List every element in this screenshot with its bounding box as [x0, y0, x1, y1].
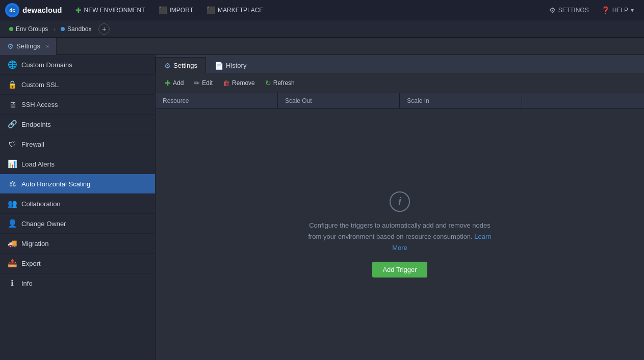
- sidebar-item-export[interactable]: 📤 Export: [0, 254, 155, 273]
- sidebar-icon-migration: 🚚: [7, 238, 17, 248]
- add-button[interactable]: ✚ Add: [161, 77, 188, 89]
- new-environment-button[interactable]: ✚ NEW ENVIRONMENT: [70, 3, 150, 18]
- breadcrumb-add-icon: +: [102, 25, 106, 33]
- main-layout: 🌐 Custom Domains 🔒 Custom SSL 🖥 SSH Acce…: [0, 55, 644, 360]
- top-nav-right: ⚙ SETTINGS ❓ HELP ▾: [544, 3, 639, 18]
- info-icon: i: [390, 191, 410, 212]
- sidebar-icon-info: ℹ: [7, 278, 17, 288]
- content-toolbar: ✚ Add ✏ Edit 🗑 Remove ↻ Refresh: [156, 73, 644, 93]
- table-header: Resource Scale Out Scale In: [156, 93, 644, 109]
- col-scale-in: Scale In: [400, 93, 522, 108]
- breadcrumb-sandbox[interactable]: Sandbox: [57, 25, 95, 33]
- sidebar-icon-endpoints: 🔗: [7, 119, 17, 129]
- sidebar-label-info: Info: [21, 280, 33, 287]
- new-env-label: NEW ENVIRONMENT: [84, 7, 145, 14]
- help-label: HELP: [612, 7, 628, 14]
- breadcrumb-env-groups-label: Env Groups: [16, 25, 48, 33]
- refresh-icon: ↻: [265, 79, 271, 87]
- empty-description-text: Configure the triggers to automatically …: [308, 221, 490, 240]
- empty-state: i Configure the triggers to automaticall…: [156, 109, 644, 360]
- help-button[interactable]: ❓ HELP ▾: [596, 3, 639, 18]
- sidebar-icon-custom-ssl: 🔒: [7, 79, 17, 90]
- sidebar-item-auto-horizontal-scaling[interactable]: ⚖ Auto Horizontal Scaling: [0, 174, 155, 194]
- settings-tab[interactable]: ⚙ Settings ×: [0, 38, 57, 55]
- tab-history[interactable]: 📄 History: [206, 57, 255, 73]
- new-env-icon: ✚: [75, 6, 82, 14]
- sidebar-item-ssh-access[interactable]: 🖥 SSH Access: [0, 95, 155, 115]
- breadcrumb-bar: Env Groups › Sandbox +: [0, 20, 644, 38]
- settings-tab-close[interactable]: ×: [46, 43, 49, 49]
- sidebar-label-export: Export: [21, 260, 41, 267]
- settings-tab-icon: ⚙: [164, 62, 171, 70]
- sidebar-icon-load-alerts: 📊: [7, 159, 17, 169]
- edit-button[interactable]: ✏ Edit: [190, 77, 217, 89]
- sidebar-item-custom-domains[interactable]: 🌐 Custom Domains: [0, 55, 155, 75]
- settings-tab-label: Settings: [16, 42, 40, 50]
- env-groups-dot: [9, 27, 13, 31]
- sidebar-icon-ssh-access: 🖥: [7, 99, 17, 109]
- add-label: Add: [173, 79, 184, 87]
- sidebar-label-custom-ssl: Custom SSL: [21, 81, 59, 89]
- settings-nav-icon: ⚙: [549, 6, 556, 14]
- top-nav: dc dewacloud ✚ NEW ENVIRONMENT ⬛ IMPORT …: [0, 0, 644, 20]
- edit-icon: ✏: [194, 79, 200, 87]
- sidebar-item-load-alerts[interactable]: 📊 Load Alerts: [0, 154, 155, 174]
- sidebar-label-migration: Migration: [21, 240, 48, 247]
- col-scale-out: Scale Out: [278, 93, 400, 108]
- empty-description: Configure the triggers to automatically …: [303, 220, 497, 254]
- sidebar-item-migration[interactable]: 🚚 Migration: [0, 234, 155, 254]
- svg-text:dc: dc: [9, 8, 15, 13]
- breadcrumb-add-button[interactable]: +: [98, 23, 110, 35]
- add-icon: ✚: [165, 79, 171, 87]
- col-actions: [522, 93, 644, 108]
- settings-nav-label: SETTINGS: [558, 7, 589, 14]
- sidebar-label-custom-domains: Custom Domains: [21, 61, 72, 69]
- sidebar-label-change-owner: Change Owner: [21, 220, 66, 228]
- settings-tab-icon: ⚙: [7, 42, 14, 50]
- sidebar-icon-custom-domains: 🌐: [7, 60, 17, 70]
- refresh-label: Refresh: [273, 79, 295, 87]
- add-trigger-button[interactable]: Add Trigger: [372, 262, 427, 278]
- sidebar-icon-auto-horizontal-scaling: ⚖: [7, 179, 17, 189]
- marketplace-button[interactable]: ⬛ MARKETPLACE: [201, 3, 268, 18]
- sidebar-item-endpoints[interactable]: 🔗 Endpoints: [0, 115, 155, 134]
- remove-label: Remove: [232, 79, 255, 87]
- sidebar-label-auto-horizontal-scaling: Auto Horizontal Scaling: [21, 180, 90, 188]
- history-tab-text: History: [226, 62, 246, 69]
- refresh-button[interactable]: ↻ Refresh: [261, 77, 299, 89]
- remove-button[interactable]: 🗑 Remove: [219, 77, 259, 89]
- import-label: IMPORT: [170, 7, 193, 14]
- sidebar-icon-export: 📤: [7, 258, 17, 268]
- breadcrumb-sep-1: ›: [53, 25, 56, 33]
- breadcrumb-env-groups[interactable]: Env Groups: [5, 25, 52, 33]
- sidebar-item-change-owner[interactable]: 👤 Change Owner: [0, 214, 155, 234]
- sandbox-dot: [61, 27, 65, 31]
- import-button[interactable]: ⬛ IMPORT: [153, 3, 198, 18]
- sidebar-item-collaboration[interactable]: 👥 Collaboration: [0, 194, 155, 214]
- breadcrumb-sandbox-label: Sandbox: [67, 25, 91, 33]
- settings-button[interactable]: ⚙ SETTINGS: [544, 3, 594, 18]
- sidebar-icon-collaboration: 👥: [7, 199, 17, 209]
- sidebar-icon-change-owner: 👤: [7, 218, 17, 229]
- edit-label: Edit: [202, 79, 213, 87]
- history-tab-icon: 📄: [215, 62, 223, 70]
- settings-tab-bar: ⚙ Settings ×: [0, 38, 644, 55]
- remove-icon: 🗑: [223, 79, 230, 87]
- marketplace-label: MARKETPLACE: [218, 7, 263, 14]
- sidebar-label-collaboration: Collaboration: [21, 200, 61, 208]
- tab-settings[interactable]: ⚙ Settings: [156, 57, 206, 73]
- sidebar-label-ssh-access: SSH Access: [21, 101, 58, 108]
- sidebar: 🌐 Custom Domains 🔒 Custom SSL 🖥 SSH Acce…: [0, 55, 156, 360]
- content-panel: ⚙ Settings 📄 History ✚ Add ✏ Edit 🗑 Remo…: [156, 55, 644, 360]
- sidebar-label-firewall: Firewall: [21, 141, 44, 148]
- help-icon: ❓: [601, 6, 610, 14]
- sidebar-item-info[interactable]: ℹ Info: [0, 273, 155, 293]
- col-resource: Resource: [156, 93, 278, 108]
- sidebar-label-endpoints: Endpoints: [21, 121, 51, 128]
- sidebar-icon-firewall: 🛡: [7, 139, 17, 149]
- sidebar-item-firewall[interactable]: 🛡 Firewall: [0, 134, 155, 154]
- logo-text: dewacloud: [22, 6, 62, 14]
- sidebar-item-custom-ssl[interactable]: 🔒 Custom SSL: [0, 75, 155, 95]
- marketplace-icon: ⬛: [207, 6, 215, 14]
- settings-tab-text: Settings: [173, 62, 197, 69]
